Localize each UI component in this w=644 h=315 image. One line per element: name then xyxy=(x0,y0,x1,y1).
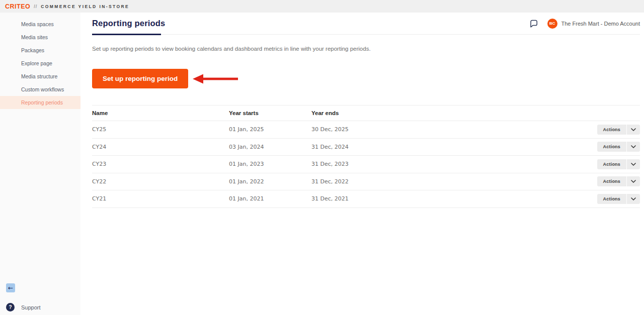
sidebar-item-label: Media sites xyxy=(21,34,48,40)
title-underline xyxy=(92,34,161,35)
chevron-down-icon xyxy=(631,129,635,131)
table-row: CY21 01 Jan, 2021 31 Dec, 2021 Actions xyxy=(92,190,640,208)
chevron-down-icon xyxy=(631,180,635,182)
actions-dropdown-button[interactable] xyxy=(627,194,640,204)
logo-separator: // xyxy=(34,4,37,9)
cell-year-starts: 01 Jan, 2023 xyxy=(229,161,311,167)
sidebar-item-label: Explore page xyxy=(21,60,52,66)
chevron-down-icon xyxy=(631,198,635,200)
top-app-bar: CRITEO // COMMERCE YIELD IN-STORE xyxy=(0,0,644,13)
annotation-arrow-icon xyxy=(192,73,238,85)
cell-year-starts: 01 Jan, 2022 xyxy=(229,178,311,185)
main-content: Reporting periods BC The Fresh Mart - De… xyxy=(80,13,644,315)
page-description: Set up reporting periods to view booking… xyxy=(92,46,640,52)
table-row: CY25 01 Jan, 2025 30 Dec, 2025 Actions xyxy=(92,121,640,139)
cell-year-starts: 03 Jan, 2024 xyxy=(229,144,311,150)
support-label: Support xyxy=(21,304,41,310)
chevron-down-icon xyxy=(631,163,635,165)
actions-button[interactable]: Actions xyxy=(597,176,626,186)
actions-dropdown-button[interactable] xyxy=(627,176,640,186)
cell-year-starts: 01 Jan, 2025 xyxy=(229,126,311,133)
cell-name: CY22 xyxy=(92,178,229,185)
sidebar: Dashboard Manage media Media spaces Medi… xyxy=(0,13,80,315)
page-header: Reporting periods BC The Fresh Mart - De… xyxy=(92,13,640,35)
sidebar-item-label: Reporting periods xyxy=(21,99,63,106)
chat-bubble-icon[interactable] xyxy=(529,19,539,29)
account-name: The Fresh Mart - Demo Account xyxy=(561,21,640,27)
manage-media-subnav: Media spaces Media sites Packages Explor… xyxy=(0,18,80,109)
sidebar-item-media-structure[interactable]: Media structure xyxy=(0,70,80,83)
sidebar-item-label: Media structure xyxy=(21,73,57,79)
support-link[interactable]: ? Support xyxy=(6,303,41,311)
sidebar-item-media-sites[interactable]: Media sites xyxy=(0,31,80,44)
cta-row: Set up reporting period xyxy=(92,69,640,88)
actions-dropdown-button[interactable] xyxy=(627,159,640,169)
sidebar-item-packages[interactable]: Packages xyxy=(0,44,80,57)
back-arrow-icon: ← xyxy=(8,284,13,291)
column-header-year-ends: Year ends xyxy=(311,110,599,116)
sidebar-item-label: Custom workflows xyxy=(21,86,64,92)
sidebar-item-explore-page[interactable]: Explore page xyxy=(0,57,80,70)
table-row: CY22 01 Jan, 2022 31 Dec, 2022 Actions xyxy=(92,173,640,191)
cell-year-ends: 31 Dec, 2024 xyxy=(311,144,599,150)
sidebar-item-label: Packages xyxy=(21,47,44,53)
set-up-reporting-period-button[interactable]: Set up reporting period xyxy=(92,69,188,88)
table-row: CY24 03 Jan, 2024 31 Dec, 2024 Actions xyxy=(92,139,640,156)
criteo-logo: CRITEO xyxy=(5,3,30,10)
sidebar-item-label: Media spaces xyxy=(21,21,54,27)
actions-button[interactable]: Actions xyxy=(597,125,626,135)
product-name: COMMERCE YIELD IN-STORE xyxy=(41,4,129,9)
chevron-down-icon xyxy=(631,146,635,148)
cell-year-ends: 31 Dec, 2021 xyxy=(311,195,599,202)
cell-name: CY25 xyxy=(92,126,229,133)
cell-year-ends: 31 Dec, 2022 xyxy=(311,178,599,185)
cell-name: CY24 xyxy=(92,144,229,150)
actions-button[interactable]: Actions xyxy=(597,194,626,204)
column-header-year-starts: Year starts xyxy=(229,110,311,116)
actions-button[interactable]: Actions xyxy=(597,159,626,169)
table-header-row: Name Year starts Year ends xyxy=(92,105,640,121)
page-title: Reporting periods xyxy=(92,19,166,28)
account-switcher[interactable]: BC The Fresh Mart - Demo Account xyxy=(547,19,640,29)
cell-name: CY23 xyxy=(92,161,229,167)
header-right: BC The Fresh Mart - Demo Account xyxy=(529,19,640,29)
sidebar-item-reporting-periods[interactable]: Reporting periods xyxy=(0,96,80,109)
actions-dropdown-button[interactable] xyxy=(627,142,640,152)
collapse-sidebar-button[interactable]: ← xyxy=(6,283,15,292)
sidebar-item-media-spaces[interactable]: Media spaces xyxy=(0,18,80,31)
cell-year-starts: 01 Jan, 2021 xyxy=(229,195,311,202)
reporting-periods-table: Name Year starts Year ends CY25 01 Jan, … xyxy=(92,105,640,208)
cell-year-ends: 30 Dec, 2025 xyxy=(311,126,599,133)
avatar: BC xyxy=(547,19,557,29)
cell-name: CY21 xyxy=(92,195,229,202)
column-header-name: Name xyxy=(92,110,229,116)
actions-button[interactable]: Actions xyxy=(597,142,626,152)
question-mark-icon: ? xyxy=(6,303,15,311)
actions-dropdown-button[interactable] xyxy=(627,125,640,135)
sidebar-item-custom-workflows[interactable]: Custom workflows xyxy=(0,83,80,96)
cell-year-ends: 31 Dec, 2023 xyxy=(311,161,599,167)
table-row: CY23 01 Jan, 2023 31 Dec, 2023 Actions xyxy=(92,156,640,173)
